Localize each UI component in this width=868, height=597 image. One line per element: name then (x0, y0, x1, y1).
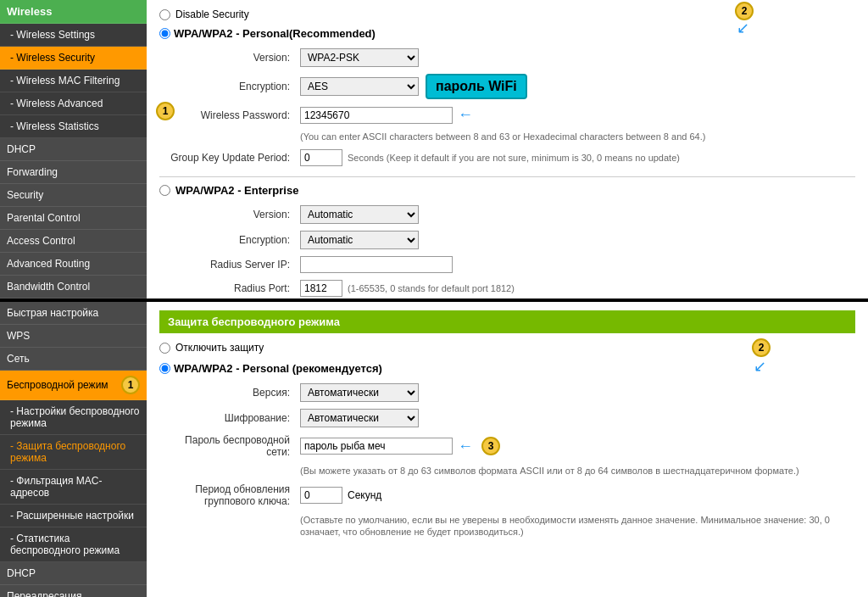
version-ru-select[interactable]: Автоматически (300, 383, 419, 402)
disable-protection-radio[interactable] (159, 343, 170, 354)
annotation-2-container: 2 ↙ (732, 2, 754, 36)
group-key-ru-input[interactable] (300, 487, 342, 504)
wifi-password-badge: пароль WiFi (426, 74, 527, 99)
password-ru-label: Пароль беспроводной сети: (159, 431, 295, 461)
sidebar-item-wireless[interactable]: Wireless (0, 0, 147, 24)
radius-port-hint: (1-65535, 0 stands for default port 1812… (348, 283, 515, 293)
radius-port-label: Radius Port: (159, 276, 295, 298)
wpa-personal-ru-radio[interactable] (159, 363, 170, 374)
radius-ip-input[interactable] (300, 256, 453, 273)
ent-encryption-label: Encryption: (159, 227, 295, 253)
password-ru-hint: (Вы можете указать от 8 до 63 символов ф… (300, 466, 799, 476)
sidebar-item-wireless-mac[interactable]: - Wireless MAC Filtering (0, 70, 147, 92)
annotation-1-bottom: 1 (121, 376, 140, 394)
annotation-2-badge: 2 (735, 2, 754, 20)
password-cell: ← (295, 103, 855, 127)
wireless-password-input[interactable] (300, 107, 453, 124)
sidebar-item-advanced-routing[interactable]: Advanced Routing (0, 253, 147, 276)
annotation-1-container: 1 (153, 102, 175, 120)
wpa-enterprise-radio[interactable] (159, 185, 170, 196)
ent-encryption-select[interactable]: Automatic (300, 231, 419, 249)
section-title: Защита беспроводного режима (159, 310, 855, 333)
group-key-ru-label: Период обновления группового ключа: (159, 480, 295, 511)
annotation-1-badge: 1 (156, 102, 175, 120)
group-key-cell: Seconds (Keep it default if you are not … (295, 146, 855, 170)
sidebar-item-wireless-security-ru[interactable]: - Защита беспроводного режима (0, 435, 147, 470)
sidebar-item-wireless-security[interactable]: - Wireless Security (0, 47, 147, 70)
password-ru-input[interactable] (300, 438, 453, 455)
wpa-enterprise-row: WPA/WPA2 - Enterprise (159, 184, 855, 197)
encryption-row: Encryption: AES пароль WiFi (159, 70, 855, 103)
sidebar-item-parental[interactable]: Parental Control (0, 207, 147, 230)
wpa-enterprise-label: WPA/WPA2 - Enterprise (175, 184, 298, 197)
group-key-ru-hint: (Оставьте по умолчанию, если вы не увере… (300, 515, 830, 537)
sidebar-item-dhcp-ru[interactable]: DHCP (0, 562, 147, 585)
sidebar-item-wireless-advanced[interactable]: - Wireless Advanced (0, 92, 147, 115)
group-key-ru-row: Период обновления группового ключа: Секу… (159, 480, 855, 511)
disable-protection-label: Отключить защиту (175, 342, 264, 354)
wpa-enterprise-form: Version: Automatic Encryption: Automatic (159, 202, 855, 298)
sidebar-item-forwarding[interactable]: Forwarding (0, 161, 147, 184)
version-cell: WPA2-PSK (295, 45, 855, 70)
wpa-personal-row: WPA/WPA2 - Personal(Recommended) 2 ↙ (159, 27, 855, 40)
sidebar-item-wireless-stats[interactable]: - Wireless Statistics (0, 115, 147, 138)
radius-port-input[interactable] (300, 280, 342, 297)
sidebar-item-security[interactable]: Security (0, 184, 147, 207)
annotation-2-bottom-badge: 2 (752, 338, 771, 357)
sidebar-item-wireless-settings[interactable]: - Wireless Settings (0, 24, 147, 47)
sidebar-item-quick[interactable]: Быстрая настройка (0, 302, 147, 325)
sidebar-item-stats-ru[interactable]: - Статистика беспроводного режима (0, 527, 147, 562)
version-ru-label: Версия: (159, 380, 295, 405)
wpa-personal-label: WPA/WPA2 - Personal(Recommended) (174, 27, 376, 40)
arrow-down-icon: ↙ (737, 20, 749, 36)
password-arrow-icon: ← (458, 106, 473, 124)
sidebar-item-net[interactable]: Сеть (0, 348, 147, 371)
sidebar-item-redirect-ru[interactable]: Переадресация (0, 585, 147, 597)
password-ru-arrow-icon: ← (458, 438, 473, 455)
wpa-personal-radio[interactable] (159, 28, 170, 39)
version-label: Version: (159, 45, 295, 70)
group-key-row: Group Key Update Period: Seconds (Keep i… (159, 146, 855, 170)
encryption-select[interactable]: AES (300, 77, 419, 96)
group-key-hint: Seconds (Keep it default if you are not … (348, 153, 680, 163)
radius-port-row: Radius Port: (1-65535, 0 stands for defa… (159, 276, 855, 298)
sidebar-item-wps[interactable]: WPS (0, 325, 147, 348)
ent-version-label: Version: (159, 202, 295, 227)
encryption-ru-select[interactable]: Автоматически (300, 409, 419, 427)
sidebar-item-wireless-mode[interactable]: Беспроводной режим 1 (0, 371, 147, 400)
sidebar-item-access-control[interactable]: Access Control (0, 230, 147, 253)
ent-version-row: Version: Automatic (159, 202, 855, 227)
encryption-ru-row: Шифрование: Автоматически (159, 405, 855, 431)
ent-version-select[interactable]: Automatic (300, 205, 419, 224)
password-ru-row: Пароль беспроводной сети: ← 3 (159, 431, 855, 461)
password-row: Wireless Password: ← (159, 103, 855, 127)
version-ru-row: Версия: Автоматически (159, 380, 855, 405)
sidebar-item-mac-filter-ru[interactable]: - Фильтрация MAC-адресов (0, 470, 147, 505)
wpa-personal-ru-form: Версия: Автоматически Шифрование: Автома… (159, 380, 855, 541)
encryption-label: Encryption: (159, 70, 295, 103)
top-sidebar: Wireless - Wireless Settings - Wireless … (0, 0, 147, 298)
sidebar-item-wireless-settings-ru[interactable]: - Настройки беспроводного режима (0, 400, 147, 435)
bottom-panel: Быстрая настройка WPS Сеть Беспроводной … (0, 298, 868, 597)
password-hint: (You can enter ASCII characters between … (300, 131, 705, 142)
group-key-label: Group Key Update Period: (159, 146, 295, 170)
ent-encryption-row: Encryption: Automatic (159, 227, 855, 253)
wpa-personal-ru-label: WPA/WPA2 - Personal (рекомендуется) (174, 362, 382, 375)
group-key-input[interactable] (300, 149, 342, 166)
annotation-3-badge: 3 (481, 437, 500, 455)
annotation-2-bottom: 2 ↙ (748, 338, 771, 376)
group-key-unit: Секунд (348, 489, 381, 501)
sidebar-item-bandwidth[interactable]: Bandwidth Control (0, 276, 147, 298)
top-main-content: Disable Security WPA/WPA2 - Personal(Rec… (147, 0, 868, 298)
disable-security-radio[interactable] (159, 9, 170, 20)
wpa-personal-form: Version: WPA2-PSK Encryption: AES (159, 45, 855, 170)
sidebar-item-dhcp[interactable]: DHCP (0, 138, 147, 161)
sidebar-item-advanced-ru[interactable]: - Расширенные настройки (0, 505, 147, 527)
encryption-ru-label: Шифрование: (159, 405, 295, 431)
group-key-ru-hint-row: (Оставьте по умолчанию, если вы не увере… (159, 511, 855, 541)
arrow-down-icon-2: ↙ (754, 357, 766, 376)
radius-ip-row: Radius Server IP: (159, 253, 855, 276)
password-ru-hint-row: (Вы можете указать от 8 до 63 символов ф… (159, 461, 855, 480)
version-select[interactable]: WPA2-PSK (300, 48, 419, 67)
bottom-sidebar: Быстрая настройка WPS Сеть Беспроводной … (0, 302, 147, 597)
